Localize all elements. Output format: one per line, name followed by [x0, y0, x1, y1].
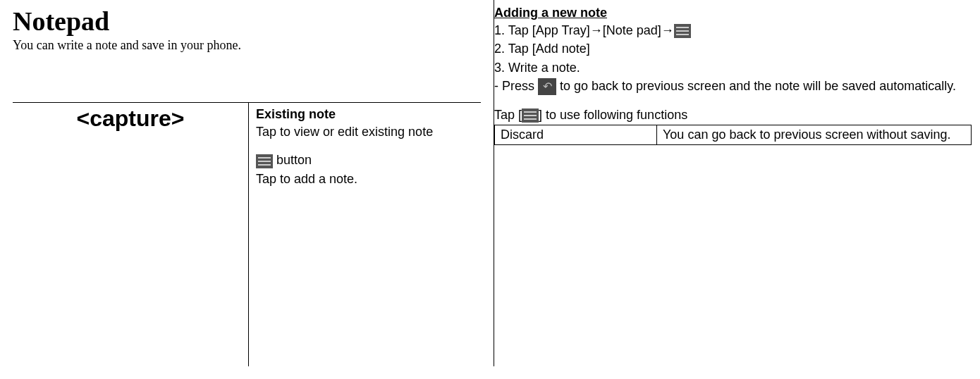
press-text-b: to go back to previous screen and the no… [556, 79, 956, 93]
page-title: Notepad [13, 6, 481, 37]
existing-note-desc: Tap to view or edit existing note [256, 123, 474, 140]
step-3: 3. Write a note. [494, 59, 972, 76]
menu-icon [256, 154, 273, 168]
functions-table: Discard You can go back to previous scre… [494, 125, 972, 145]
table-row: Discard You can go back to previous scre… [495, 125, 972, 145]
page-subtitle: You can write a note and save in your ph… [13, 38, 481, 53]
tap-text-b: ] to use following functions [539, 108, 687, 122]
menu-icon [674, 24, 691, 38]
func-name: Discard [495, 125, 657, 145]
button-desc: Tap to add a note. [256, 170, 474, 187]
capture-placeholder: <capture> [17, 106, 244, 132]
button-label: button [273, 153, 312, 167]
existing-note-heading: Existing note [256, 107, 474, 122]
adding-note-heading: Adding a new note [494, 6, 972, 20]
func-desc: You can go back to previous screen witho… [657, 125, 972, 145]
step-1: 1. Tap [App Tray]→[Note pad]→ [494, 23, 674, 37]
press-text-a: - Press [494, 79, 538, 93]
tap-text-a: Tap [ [494, 108, 522, 122]
step-2: 2. Tap [Add note] [494, 40, 972, 57]
back-icon: ↶ [538, 78, 556, 95]
menu-icon [522, 108, 539, 123]
